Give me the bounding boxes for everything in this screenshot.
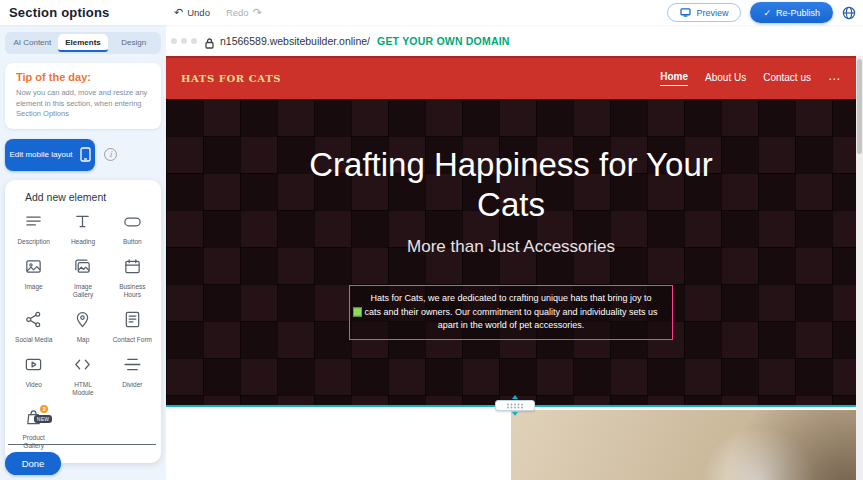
preview-canvas: n1566589.websitebuilder.online/ GET YOUR… bbox=[166, 25, 863, 480]
browser-dots bbox=[171, 38, 197, 44]
hero-title[interactable]: Crafting Happiness for Your Cats bbox=[296, 145, 726, 224]
site-nav: Home About Us Contact us ⋯ bbox=[660, 71, 841, 86]
republish-button[interactable]: ✓ Re-Publish bbox=[750, 2, 833, 23]
notification-badge: 2 bbox=[40, 405, 48, 413]
resize-handle-left[interactable] bbox=[353, 308, 362, 317]
tip-title: Tip of the day: bbox=[16, 71, 150, 83]
element-html-module[interactable]: HTML Module bbox=[58, 355, 107, 397]
undo-label: Undo bbox=[187, 7, 210, 18]
topbar: Section options ↶ Undo Redo ↷ Preview ✓ … bbox=[0, 0, 863, 25]
image-icon bbox=[24, 257, 43, 280]
nav-contact-us[interactable]: Contact us bbox=[763, 72, 811, 86]
code-icon bbox=[73, 355, 92, 378]
check-icon: ✓ bbox=[763, 8, 771, 18]
redo-icon: ↷ bbox=[253, 7, 262, 18]
drag-dots-icon bbox=[506, 403, 524, 409]
section-resize-line bbox=[166, 405, 856, 407]
sand-photo bbox=[511, 410, 856, 480]
lock-icon bbox=[205, 35, 214, 46]
element-divider[interactable]: Divider bbox=[108, 355, 157, 397]
business-hours-icon bbox=[123, 257, 142, 280]
browser-chrome: n1566589.websitebuilder.online/ GET YOUR… bbox=[166, 25, 863, 56]
image-gallery-icon bbox=[73, 257, 92, 280]
monitor-icon bbox=[680, 8, 691, 17]
arrow-down-icon bbox=[512, 412, 518, 416]
phone-icon bbox=[80, 147, 91, 162]
heading-icon bbox=[73, 212, 92, 235]
redo-button[interactable]: Redo ↷ bbox=[226, 7, 262, 18]
sidebar: AI Content Elements Design Tip of the da… bbox=[0, 25, 166, 480]
info-button[interactable]: i bbox=[104, 148, 117, 161]
tip-of-the-day-card: Tip of the day: Now you can add, move an… bbox=[5, 63, 161, 129]
preview-label: Preview bbox=[696, 8, 728, 18]
element-description[interactable]: Description bbox=[9, 212, 58, 246]
nav-home[interactable]: Home bbox=[660, 71, 688, 86]
button-icon bbox=[123, 212, 142, 235]
tab-elements[interactable]: Elements bbox=[58, 34, 109, 52]
edit-mobile-row: Edit mobile layout i bbox=[5, 139, 161, 171]
add-new-element-title: Add new element bbox=[25, 191, 157, 203]
selected-text-element[interactable]: Hats for Cats, we are dedicated to craft… bbox=[349, 285, 673, 340]
tab-ai-content[interactable]: AI Content bbox=[7, 34, 58, 52]
element-image[interactable]: Image bbox=[9, 257, 58, 299]
element-social-media[interactable]: Social Media bbox=[9, 310, 58, 344]
website-preview: Hats for Cats Home About Us Contact us ⋯… bbox=[166, 56, 856, 480]
add-new-element-panel: Add new element Description Heading Butt… bbox=[5, 180, 161, 463]
map-pin-icon bbox=[73, 310, 92, 333]
nav-about-us[interactable]: About Us bbox=[705, 72, 746, 86]
site-logo[interactable]: Hats for Cats bbox=[181, 73, 281, 84]
edit-mobile-label: Edit mobile layout bbox=[9, 150, 72, 159]
video-icon bbox=[24, 355, 43, 378]
element-heading[interactable]: Heading bbox=[58, 212, 107, 246]
arrow-up-icon bbox=[512, 395, 518, 399]
republish-label: Re-Publish bbox=[776, 8, 820, 18]
element-image-gallery[interactable]: Image Gallery bbox=[58, 257, 107, 299]
element-button[interactable]: Button bbox=[108, 212, 157, 246]
description-icon bbox=[24, 212, 43, 235]
redo-label: Redo bbox=[226, 7, 249, 18]
preview-button[interactable]: Preview bbox=[667, 3, 741, 22]
new-badge: NEW bbox=[34, 415, 53, 423]
social-media-icon bbox=[24, 310, 43, 333]
history-controls: ↶ Undo Redo ↷ bbox=[174, 7, 262, 18]
site-header: Hats for Cats Home About Us Contact us ⋯ bbox=[166, 56, 856, 99]
contact-form-icon bbox=[123, 310, 142, 333]
tab-design[interactable]: Design bbox=[108, 34, 159, 52]
undo-icon: ↶ bbox=[174, 7, 183, 18]
sidebar-divider bbox=[8, 444, 156, 445]
site-url: n1566589.websitebuilder.online/ bbox=[220, 35, 370, 47]
element-business-hours[interactable]: Business Hours bbox=[108, 257, 157, 299]
hero-subtitle[interactable]: More than Just Accessories bbox=[407, 237, 615, 257]
tip-body: Now you can add, move and resize any ele… bbox=[16, 88, 150, 120]
nav-more-icon[interactable]: ⋯ bbox=[828, 72, 841, 86]
drag-pill bbox=[495, 400, 535, 411]
preview-scrollbar[interactable] bbox=[856, 56, 863, 480]
element-map[interactable]: Map bbox=[58, 310, 107, 344]
element-video[interactable]: Video bbox=[9, 355, 58, 397]
page-title: Section options bbox=[9, 5, 110, 20]
sidebar-tabs: AI Content Elements Design bbox=[5, 32, 161, 54]
globe-icon bbox=[842, 6, 856, 20]
hero-section: Crafting Happiness for Your Cats More th… bbox=[166, 99, 856, 406]
done-button[interactable]: Done bbox=[5, 452, 61, 475]
hero-paragraph: Hats for Cats, we are dedicated to craft… bbox=[361, 292, 661, 333]
divider-icon bbox=[123, 355, 142, 378]
topbar-actions: Preview ✓ Re-Publish bbox=[667, 2, 856, 23]
section-resize-handle[interactable] bbox=[495, 395, 535, 416]
element-contact-form[interactable]: Contact Form bbox=[108, 310, 157, 344]
scrollbar-thumb[interactable] bbox=[857, 59, 862, 154]
get-domain-link[interactable]: GET YOUR OWN DOMAIN bbox=[377, 35, 510, 47]
undo-button[interactable]: ↶ Undo bbox=[174, 7, 210, 18]
next-section bbox=[166, 406, 856, 480]
language-globe-button[interactable] bbox=[842, 6, 856, 20]
element-grid: Description Heading Button Image Image G… bbox=[9, 212, 157, 451]
edit-mobile-layout-button[interactable]: Edit mobile layout bbox=[5, 139, 95, 171]
